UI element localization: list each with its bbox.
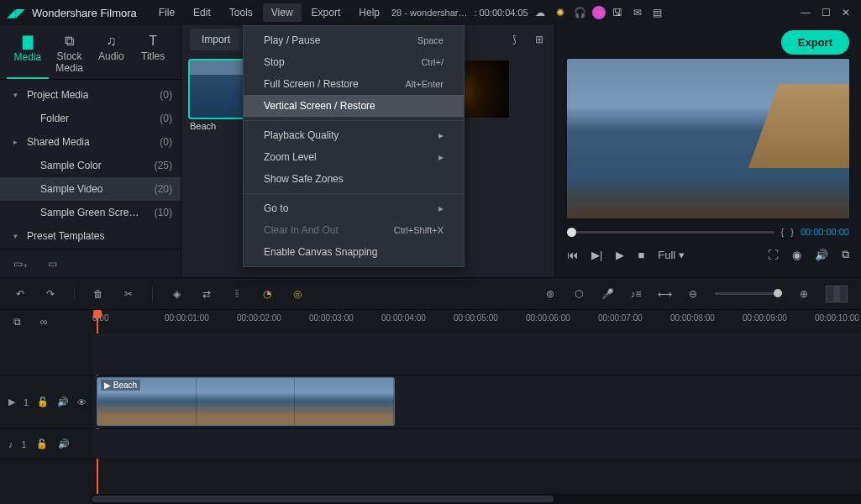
adjust-icon[interactable]: ⇄ [200, 287, 213, 301]
dd-playback-quality[interactable]: Playback Quality▸ [244, 124, 464, 146]
empty-track [0, 333, 861, 375]
color-icon[interactable]: ◎ [291, 287, 304, 301]
scrub-knob[interactable] [567, 228, 576, 237]
fit-icon[interactable]: ⟷ [658, 287, 671, 301]
menu-file[interactable]: File [150, 3, 183, 22]
timeline-scroll-thumb[interactable] [92, 496, 554, 502]
titlebar-project-info: 28 - wondershar… : 00:00:04:05 [391, 8, 528, 18]
visibility-icon[interactable]: 👁 [77, 396, 87, 409]
new-folder-icon[interactable]: ▭₊ [13, 257, 27, 270]
dd-goto[interactable]: Go to▸ [244, 197, 464, 219]
view-dropdown: Play / PauseSpace StopCtrl+/ Full Screen… [243, 25, 465, 267]
menu-export[interactable]: Export [303, 3, 349, 22]
dd-stop[interactable]: StopCtrl+/ [244, 51, 464, 73]
shield-icon[interactable]: ⬡ [572, 287, 585, 301]
marker-icon[interactable]: ◈ [170, 287, 183, 301]
video-clip[interactable]: ▶ Beach [97, 377, 395, 426]
ruler-tick: 00:00:03:00 [309, 313, 354, 323]
menu-edit[interactable]: Edit [185, 3, 219, 22]
save-icon[interactable]: 🖫 [609, 4, 626, 21]
zoom-knob[interactable] [774, 289, 782, 297]
tab-media[interactable]: ▇Media [7, 29, 49, 79]
redo-icon[interactable]: ↷ [44, 287, 57, 301]
dd-play-pause[interactable]: Play / PauseSpace [244, 29, 464, 51]
menu-tools[interactable]: Tools [221, 3, 261, 22]
play-icon[interactable]: ▶ [616, 249, 624, 261]
timeline-toolbar: ↶ ↷ 🗑 ✂ ◈ ⇄ ⦙⦙ ◔ ◎ ⊚ ⬡ 🎤 ♪≡ ⟷ ⊖ ⊕ [0, 278, 861, 310]
camera-icon: ⧉ [49, 34, 91, 49]
tree-row-3[interactable]: Sample Color(25) [0, 154, 181, 177]
out-bracket: } [790, 227, 794, 237]
import-button[interactable]: Import [190, 29, 242, 50]
filter-icon[interactable]: ⟆ [507, 33, 521, 46]
export-button[interactable]: Export [781, 30, 849, 55]
headphones-icon[interactable]: 🎧 [572, 4, 589, 21]
tab-stock[interactable]: ⧉Stock Media [49, 29, 91, 79]
lock-icon[interactable]: 🔓 [35, 438, 49, 451]
volume-icon[interactable]: 🔊 [815, 249, 828, 261]
grid-icon[interactable]: ⊞ [533, 33, 546, 46]
mute-icon[interactable]: 🔊 [57, 438, 71, 451]
close-icon[interactable]: ✕ [837, 4, 854, 21]
dd-canvas-snap[interactable]: Enable Canvas Snapping [244, 241, 464, 263]
speed-icon[interactable]: ◔ [260, 287, 274, 301]
dd-separator [244, 193, 464, 194]
target-icon[interactable]: ⊚ [543, 287, 557, 301]
mic-icon[interactable]: 🎤 [601, 287, 614, 301]
preview-panel: Export { } 00:00:00:00 ⏮ ▶| ▶ ■ Full ▾ ⛶… [554, 25, 861, 277]
profile-avatar-icon[interactable] [592, 6, 606, 19]
timeline-scrollbar[interactable] [0, 494, 861, 504]
ruler-tick: 00:00:05:00 [454, 313, 498, 323]
dd-vertical-screen[interactable]: Vertical Screen / Restore [244, 95, 464, 117]
audio-fx-icon[interactable]: ⦙⦙ [230, 287, 244, 301]
snapshot-icon[interactable]: ◉ [792, 249, 801, 261]
zoom-out-icon[interactable]: ⊖ [686, 287, 700, 301]
mixer-icon[interactable]: ♪≡ [629, 287, 643, 301]
mail-icon[interactable]: ✉ [629, 4, 646, 21]
video-track-header: ▶1 🔓 🔊 👁 [0, 375, 92, 428]
cut-icon[interactable]: ✂ [122, 287, 135, 301]
dd-separator [244, 120, 464, 121]
mute-icon[interactable]: 🔊 [57, 396, 69, 409]
link-icon[interactable]: ∞ [37, 315, 50, 328]
cloud-icon[interactable]: ☁ [532, 4, 549, 21]
tree-row-5[interactable]: Sample Green Scre…(10) [0, 201, 181, 224]
dd-zoom-level[interactable]: Zoom Level▸ [244, 146, 464, 168]
time-ruler[interactable]: 0:0000:00:01:0000:00:02:0000:00:03:0000:… [92, 310, 861, 333]
tree-row-0[interactable]: ▾Project Media(0) [0, 83, 181, 107]
feedback-icon[interactable]: ▤ [649, 4, 666, 21]
minimize-icon[interactable]: — [797, 4, 814, 21]
lightbulb-icon[interactable]: ✺ [552, 4, 569, 21]
audio-meter[interactable] [826, 286, 848, 302]
maximize-icon[interactable]: ☐ [817, 4, 834, 21]
dd-safe-zones[interactable]: Show Safe Zones [244, 168, 464, 190]
undo-icon[interactable]: ↶ [13, 287, 27, 301]
zoom-in-icon[interactable]: ⊕ [797, 287, 811, 301]
ruler-tick: 0:00 [92, 313, 108, 323]
tree-row-4[interactable]: Sample Video(20) [0, 177, 181, 201]
tree-row-2[interactable]: ▸Shared Media(0) [0, 130, 181, 154]
menu-help[interactable]: Help [350, 3, 388, 22]
tab-audio[interactable]: ♫Audio [91, 29, 133, 79]
video-preview[interactable] [567, 59, 849, 218]
tab-titles[interactable]: TTitles [132, 29, 174, 79]
zoom-slider[interactable] [715, 292, 782, 295]
chevron-right-icon: ▸ [438, 202, 444, 214]
lock-icon[interactable]: 🔓 [37, 396, 49, 409]
step-back-icon[interactable]: ▶| [591, 249, 602, 261]
tree-row-6[interactable]: ▾Preset Templates [0, 224, 181, 248]
dd-fullscreen[interactable]: Full Screen / RestoreAlt+Enter [244, 73, 464, 95]
popout-icon[interactable]: ⧉ [842, 248, 849, 261]
display-icon[interactable]: ⛶ [768, 249, 779, 261]
ruler-tick: 00:00:01:00 [165, 313, 209, 323]
tree-row-1[interactable]: Folder(0) [0, 107, 181, 130]
snap-icon[interactable]: ⧉ [10, 315, 24, 328]
dd-clear-in-out: Clear In And OutCtrl+Shift+X [244, 219, 464, 241]
scrub-track[interactable] [567, 231, 774, 234]
stop-icon[interactable]: ■ [638, 249, 644, 261]
speed-label[interactable]: Full ▾ [658, 249, 685, 261]
prev-frame-icon[interactable]: ⏮ [567, 249, 578, 261]
delete-folder-icon[interactable]: ▭ [45, 257, 59, 270]
menu-view[interactable]: View [263, 3, 302, 22]
delete-icon[interactable]: 🗑 [92, 287, 105, 301]
